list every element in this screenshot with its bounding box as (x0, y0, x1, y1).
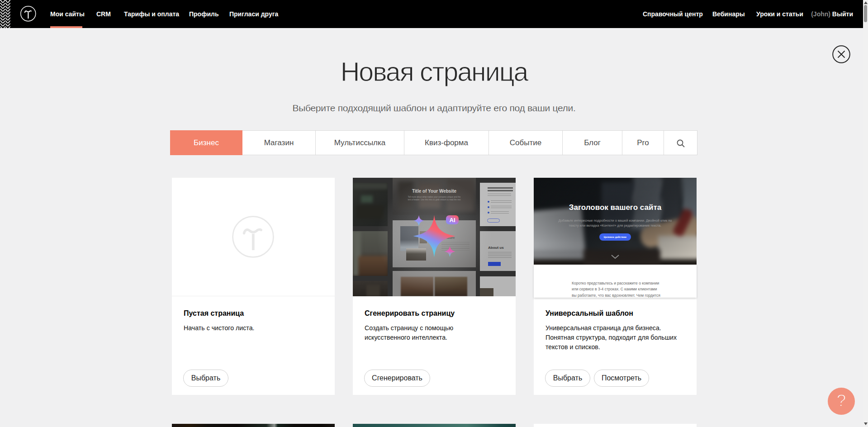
svg-text:AI: AI (450, 217, 455, 223)
